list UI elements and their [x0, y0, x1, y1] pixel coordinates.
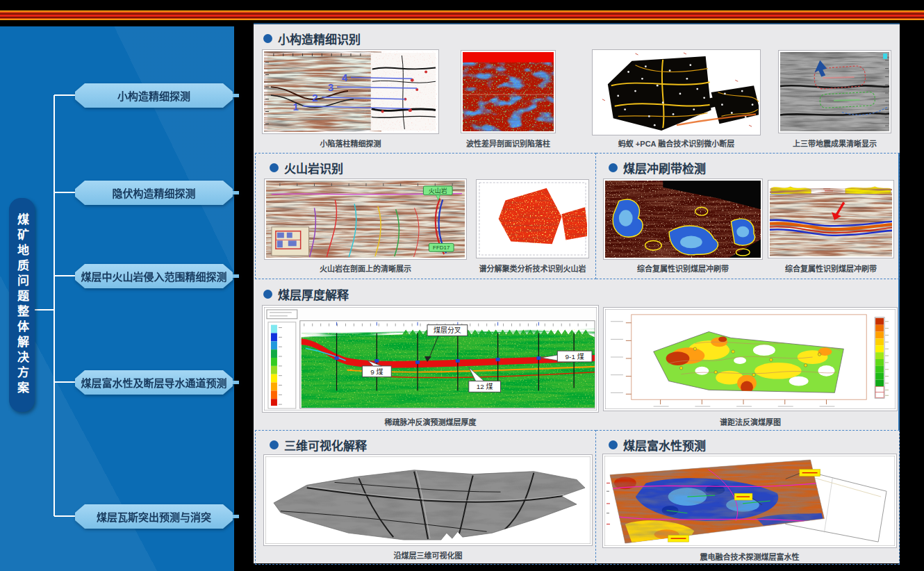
figure-caption: 谱距法反演煤厚图 — [603, 416, 898, 427]
sidebar-item-water-richness: 煤层富水性及断层导水通道预测 — [75, 370, 233, 395]
figure-scour-section-image — [768, 180, 894, 258]
section-header-small-structure: 小构造精细识别 — [263, 30, 361, 47]
section-header-thickness: 煤层厚度解释 — [263, 286, 349, 303]
figure-caption: 火山岩在剖面上的清晰展示 — [264, 263, 467, 274]
collapse-number-1: 1 — [292, 101, 298, 113]
figure-volcanic-section-image: 火山岩 FFD17 — [264, 179, 467, 260]
box-3d-visualization: 三维可视化解释 — [255, 430, 596, 565]
well-label: FFD17 — [433, 245, 449, 251]
sidebar-item-hidden-structure: 隐伏构造精细探测 — [75, 181, 233, 205]
figure-ant-pca-image — [592, 49, 761, 135]
top-accent-stripe — [0, 10, 924, 20]
figure-wave-difference-image — [461, 50, 556, 133]
figure-caption: 小陷落柱精细探测 — [262, 138, 439, 149]
box-scour-detection: 煤层冲刷带检测 — [596, 153, 900, 279]
sidebar-title-text: 煤矿地质问题整体解决方案 — [16, 213, 28, 397]
figure-caption: 沿煤层三维可视化图 — [263, 549, 593, 561]
figure-3d-surface-image — [263, 454, 593, 546]
section-header-volcanic: 火山岩识别 — [270, 159, 343, 176]
volcanic-label: 火山岩 — [429, 187, 447, 195]
slide: 煤矿地质问题整体解决方案 小构造精细探测 隐伏构造精细探测 煤层中火山岩侵入范围… — [0, 0, 924, 571]
collapse-number-2: 2 — [312, 92, 317, 104]
seam-9-1-label: 9-1 煤 — [566, 352, 584, 361]
connector-lines — [0, 26, 234, 571]
figure-caption: 谱分解聚类分析技术识别火山岩 — [476, 263, 589, 274]
box-volcanic-identification: 火山岩识别 — [255, 153, 596, 279]
figure-caption: 上三带地震成果清晰显示 — [771, 138, 898, 149]
figure-collapse-column-image: 4 3 2 1 — [262, 49, 439, 134]
figure-thickness-map-image — [603, 307, 898, 411]
sidebar-title: 煤矿地质问题整体解决方案 — [9, 198, 35, 412]
box-water-richness: 煤层富水性预测 — [596, 430, 900, 565]
collapse-number-3: 3 — [328, 82, 333, 93]
collapse-number-4: 4 — [342, 72, 348, 83]
seam-12-label: 12 煤 — [477, 382, 493, 390]
figure-caption: 蚂蚁 +PCA 融合技术识别微小断层 — [592, 138, 761, 149]
bullet-icon — [263, 34, 272, 43]
figure-scour-map-image — [603, 179, 763, 260]
figure-sparse-spike-image: 煤层分叉 9 煤 12 煤 9-1 煤 — [262, 305, 599, 413]
figure-caption: 震电融合技术探测煤层富水性 — [602, 551, 897, 562]
figure-caption: 波性差异剖面识别陷落柱 — [454, 138, 563, 149]
section-header-water: 煤层富水性预测 — [609, 436, 706, 454]
section-header-scour: 煤层冲刷带检测 — [609, 159, 706, 176]
sidebar-item-small-structure: 小构造精细探测 — [75, 83, 233, 108]
figure-caption: 综合复属性识别煤层冲刷带 — [768, 263, 894, 274]
bullet-icon — [270, 163, 279, 172]
figure-caption: 稀疏脉冲反演预测煤层厚度 — [262, 416, 599, 427]
seam-split-label: 煤层分叉 — [434, 326, 461, 335]
main-panel: 小构造精细识别 — [254, 23, 900, 563]
seam-9-label: 9 煤 — [370, 367, 383, 376]
bullet-icon — [263, 290, 272, 299]
figure-caption: 综合复属性识别煤层冲刷带 — [603, 263, 763, 274]
bullet-icon — [609, 440, 618, 449]
bullet-icon — [609, 163, 618, 172]
sidebar-item-gas-outburst: 煤层瓦斯突出预测与消突 — [75, 504, 233, 529]
figure-water-richness-image — [602, 454, 897, 548]
bullet-icon — [270, 440, 279, 449]
sidebar: 煤矿地质问题整体解决方案 小构造精细探测 隐伏构造精细探测 煤层中火山岩侵入范围… — [0, 26, 234, 571]
section-header-3d: 三维可视化解释 — [270, 436, 367, 454]
sidebar-item-volcanic-intrusion: 煤层中火山岩侵入范围精细探测 — [75, 264, 233, 288]
figure-three-zones-image — [778, 50, 891, 133]
figure-spectral-cluster-image — [476, 179, 589, 258]
